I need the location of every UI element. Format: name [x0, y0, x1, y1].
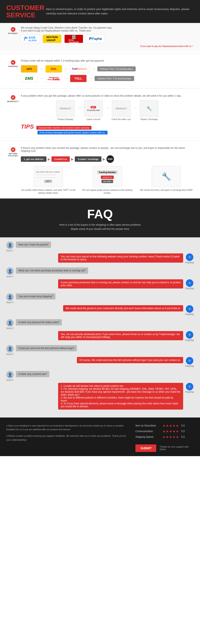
- thanks-text: Thanks for your support with 5stars: [160, 446, 194, 450]
- chat-item-2: 👤 buyer 2 What can I do when purchase pr…: [6, 268, 194, 290]
- warranty-step-3: PRODUCT Check the video / pic: [111, 100, 132, 120]
- arrow-2: →: [64, 67, 68, 71]
- rating-row-2: Communication: ★★★★★ 5.0: [135, 430, 194, 433]
- alipay-logo: 产 支付宝ALIPAY: [21, 35, 40, 43]
- buyer5-label: buyer 5: [6, 353, 13, 355]
- chat-q2: What can I do when purchase protection t…: [16, 268, 88, 274]
- return-text: If there's any problem when you receive …: [21, 146, 194, 152]
- chat-right-row-5: Of course, We could send you the item pi…: [6, 357, 194, 367]
- buyer1-avatar: 👤: [6, 242, 14, 249]
- warranty-name: WARRANTY: [7, 100, 19, 102]
- header-title-customer: CUSTOMER: [6, 4, 44, 12]
- kingdiag2-avatar: ⚙️: [186, 279, 193, 287]
- return-detail-text-3: We receive the items, will repair or exc…: [140, 189, 193, 192]
- buyer1-avatar-wrapper: 👤 buyer 1: [6, 242, 14, 252]
- shipping-text: Product order will be shipped within 1-2…: [21, 59, 194, 62]
- kingdiag5-avatar: ⚙️: [186, 357, 193, 364]
- faq-subtitle-1: Here is a list of the buyers in the shop…: [6, 223, 194, 227]
- warranty-step-1: PRODUCT Product Disqualy: [55, 100, 76, 120]
- hkpost-logo: HongKongPost 香港郵政: [45, 75, 62, 82]
- kingdiag3-label: KingDiag: [185, 313, 194, 316]
- shipping-inner: 02 SHIPPING Product order will be shippe…: [6, 59, 194, 82]
- shipping-carriers: UPS → DHL → FedEx Express → Delivery Tim…: [21, 65, 194, 82]
- kingdiag4-wrapper: ⚙️ KingDiag: [185, 331, 194, 341]
- chat-row-q2: 👤 buyer 2 What can I do when purchase pr…: [6, 268, 194, 278]
- chat-answer-wrapper-1: You can track your parcel on the followi…: [58, 254, 183, 262]
- shipping-number: 02: [11, 60, 15, 65]
- western-union-logo: WESTERNUNION‼: [43, 35, 61, 43]
- step2-box: MP4 Disqualty.mp4: [84, 100, 103, 117]
- tips-box2: If the product damaged during the transi…: [37, 131, 107, 134]
- return-end: END: [106, 155, 114, 163]
- return-arrow-2: ▶: [71, 157, 74, 161]
- return-detail-3: 🔧 We receive the items, will repair or e…: [139, 166, 194, 192]
- kingdiag5-wrapper: ⚙️ KingDiag: [185, 357, 194, 367]
- footer-right: Item as Described: ★★★★★ 5.0 Communicati…: [135, 424, 194, 452]
- step3-box: PRODUCT: [112, 100, 131, 117]
- payment-text: We accept Alipay,Credit Card, Western Un…: [21, 26, 194, 32]
- arrow-4: →: [40, 76, 43, 81]
- kingdiag1-label: KingDiag: [185, 261, 194, 264]
- buyer2-wrapper: 👤 buyer 2: [6, 268, 14, 278]
- chat-row-q5: 👤 buyer 5 Could you send me the item pic…: [6, 345, 194, 355]
- return-detail-box-1: DELIVERY DETAILS SHEET ─────────────────…: [34, 166, 63, 187]
- warranty-text: If any problem when you got the package,…: [21, 94, 194, 97]
- tips-section: TIPS Disassemble machine not covered und…: [21, 123, 194, 134]
- return-arrow-1: ▶: [48, 157, 50, 161]
- shipping-label: 02 SHIPPING: [6, 59, 20, 68]
- chat-right-row-3: We could send the goods to your customer…: [6, 305, 194, 316]
- chat-q6: Is there any customs tax?: [16, 371, 49, 377]
- chat-right-row-2: If your purchase protection time is runn…: [6, 279, 194, 290]
- ems-logo: EMS: [21, 75, 37, 82]
- chat-right-row-4: Yes, we can provide wholesale price; if …: [6, 331, 194, 341]
- warranty-step-2: MP4 Disqualty.mp4 Leave a record: [83, 100, 104, 120]
- rating-row-1: Item as Described: ★★★★★ 5.0: [135, 424, 194, 428]
- shipping-section: 02 SHIPPING Product order will be shippe…: [0, 56, 200, 86]
- buyer3-avatar: 👤: [6, 293, 14, 301]
- chat-answer-wrapper-2: If your purchase protection time is runn…: [58, 279, 183, 288]
- item-described-num: 5.0: [181, 424, 185, 427]
- payment-logos: 产 支付宝ALIPAY WESTERNUNION‼ 🏦 BANKTRANSFER…: [21, 35, 194, 43]
- kingdiag3-wrapper: ⚙️ KingDiag: [185, 305, 194, 316]
- chat-row-q3: 👤 buyer 3 Can you Accept drop shipping?: [6, 293, 194, 304]
- header-title-service: SERVICE: [6, 11, 35, 19]
- item-described-label: Item as Described:: [135, 424, 160, 427]
- return-number: 04: [11, 148, 15, 152]
- chat-q3: Can you Accept drop shipping?: [16, 293, 55, 300]
- communication-num: 5.0: [181, 430, 185, 433]
- paypal-logo: PPayPal: [86, 35, 105, 43]
- arrow-1: →: [40, 67, 43, 71]
- step-arrow-2: →: [105, 106, 109, 110]
- gift-label: GIFT: [44, 180, 52, 183]
- item-described-stars: ★★★★★: [163, 424, 179, 428]
- chat-a6: 1. Usually we will declare low value to …: [58, 383, 183, 410]
- buyer2-avatar: 👤: [6, 268, 14, 275]
- chat-a5: Of course, We could send you the item pi…: [77, 357, 183, 363]
- warranty-steps: PRODUCT Product Disqualy → MP4 Disqualty…: [21, 100, 194, 120]
- chat-answer-wrapper-6: 1. Usually we will declare low value to …: [58, 383, 183, 410]
- buyer6-wrapper: 👤 buyer 6: [6, 371, 14, 381]
- kingdiag2-wrapper: ⚙️ KingDiag: [185, 279, 194, 290]
- arrow-3: →: [92, 67, 95, 71]
- kingdiag6-label: KingDiag: [185, 391, 194, 393]
- dhl-logo: DHL: [45, 65, 62, 73]
- arrow-6: →: [89, 76, 93, 81]
- chat-row-q6: 👤 buyer 6 Is there any customs tax?: [6, 371, 194, 381]
- communication-stars: ★★★★★: [163, 430, 179, 433]
- faq-section: FAQ Here is a list of the buyers in the …: [0, 198, 200, 237]
- return-section: 04 RETURN POLICIES If there's any proble…: [0, 143, 200, 198]
- kingdiag5-label: KingDiag: [185, 365, 194, 367]
- alipay-icon: 产: [23, 36, 28, 42]
- shipping-speed-label: Shipping Speed:: [135, 436, 160, 438]
- step4-box: 🔧: [140, 100, 159, 117]
- return-name: RETURN POLICIES: [6, 152, 20, 157]
- return-detail-1: DELIVERY DETAILS SHEET ─────────────────…: [21, 166, 76, 194]
- return-arrow-3: ▶: [103, 157, 105, 161]
- buyer4-wrapper: 👤 buyer 4: [6, 319, 14, 330]
- warranty-label: 03 WARRANTY: [6, 94, 20, 102]
- kingdiag6-avatar: ⚙️: [186, 383, 193, 390]
- submit-button[interactable]: SUBMIT: [135, 444, 156, 452]
- chat-a3: We could send the goods to your customer…: [63, 305, 183, 312]
- chat-row-q4: 👤 buyer 4 Is there any discount for bulk…: [6, 319, 194, 330]
- return-step-2: 2.send it us: [51, 156, 70, 162]
